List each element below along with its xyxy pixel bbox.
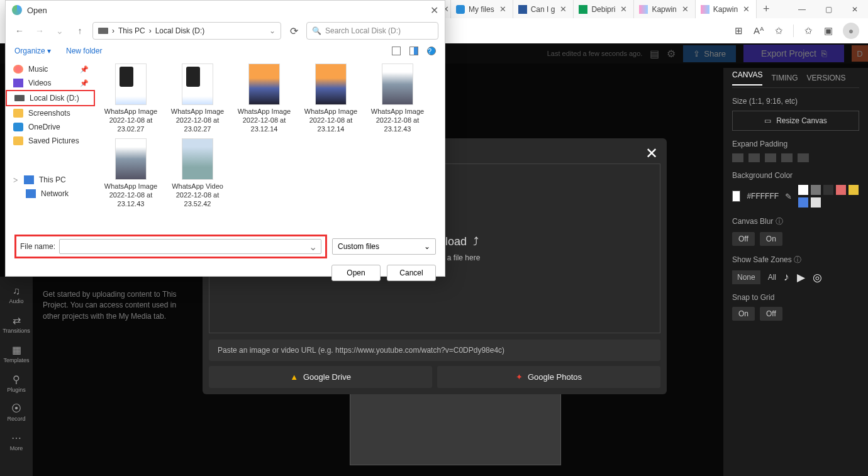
color-swatch[interactable]: [836, 185, 846, 195]
eyedropper-icon[interactable]: ✎: [785, 192, 792, 201]
safe-all-button[interactable]: All: [768, 273, 776, 282]
close-icon[interactable]: ✕: [742, 4, 751, 14]
nav-item-saved-pictures[interactable]: Saved Pictures: [6, 134, 95, 148]
safe-none-button[interactable]: None: [732, 270, 760, 284]
url-input[interactable]: Paste an image or video URL (e.g. https:…: [209, 340, 660, 361]
collections-icon[interactable]: ▣: [823, 25, 834, 36]
record-icon: ⦿: [11, 403, 21, 414]
info-icon[interactable]: ⓘ: [794, 255, 801, 264]
tab-myfiles[interactable]: My files ✕: [451, 0, 513, 18]
padding-options: [732, 153, 859, 162]
color-swatch[interactable]: [811, 185, 821, 195]
crumb-2[interactable]: Local Disk (D:): [155, 26, 205, 35]
sheets-icon: [579, 5, 587, 14]
file-type-select[interactable]: Custom files ⌄: [332, 238, 436, 255]
close-icon[interactable]: ✕: [619, 4, 628, 14]
sidebar-item-templates[interactable]: ▦Templates: [3, 344, 29, 363]
nav-back-button[interactable]: ←: [12, 26, 27, 36]
new-tab-button[interactable]: +: [757, 0, 776, 18]
divider: [793, 25, 794, 37]
file-tile[interactable]: WhatsApp Image 2022-12-08 at 23.02.27: [100, 64, 162, 133]
google-photos-button[interactable]: ✦ Google Photos: [437, 366, 660, 388]
maximize-button[interactable]: ▢: [815, 0, 842, 18]
file-tile[interactable]: WhatsApp Video 2022-12-08 at 23.52.42: [167, 138, 228, 208]
color-swatch[interactable]: [798, 197, 808, 208]
tab-versions[interactable]: VERSIONS: [806, 74, 845, 82]
sidebar-item-more[interactable]: ⋯More: [10, 432, 23, 451]
file-tile[interactable]: WhatsApp Image 2022-12-08 at 23.12.43: [367, 64, 428, 133]
favorites-bar-icon[interactable]: ✩: [803, 25, 814, 36]
blur-off-button[interactable]: Off: [732, 232, 755, 246]
file-tile[interactable]: WhatsApp Image 2022-12-08 at 23.02.27: [167, 64, 228, 133]
search-input[interactable]: 🔍 Search Local Disk (D:): [306, 22, 438, 40]
tab-kapwing-1[interactable]: Kapwin ✕: [634, 0, 695, 18]
app-launcher-icon[interactable]: ⊞: [733, 25, 744, 36]
snap-off-button[interactable]: Off: [760, 307, 782, 321]
color-swatch[interactable]: [849, 185, 859, 195]
nav-item-screenshots[interactable]: Screenshots: [6, 106, 95, 120]
close-icon[interactable]: ✕: [559, 4, 568, 14]
color-swatch[interactable]: [823, 185, 833, 195]
google-drive-button[interactable]: ▲ Google Drive: [209, 366, 432, 388]
file-tile[interactable]: WhatsApp Image 2022-12-08 at 23.12.43: [100, 138, 162, 208]
dialog-close-button[interactable]: ✕: [430, 4, 438, 16]
nav-item-local-disk-d-[interactable]: Local Disk (D:): [6, 90, 95, 106]
search-icon: 🔍: [312, 26, 321, 35]
read-aloud-icon[interactable]: Aᴬ: [753, 25, 764, 36]
profile-avatar[interactable]: ●: [843, 23, 859, 39]
color-swatch[interactable]: [811, 197, 821, 208]
pad-opt-2[interactable]: [748, 153, 760, 162]
tab-debipri[interactable]: Debipri ✕: [574, 0, 634, 18]
refresh-button[interactable]: ⟳: [286, 25, 301, 37]
pad-opt-1[interactable]: [732, 153, 743, 162]
instagram-icon[interactable]: ◎: [813, 271, 822, 284]
preview-pane-button[interactable]: [409, 47, 418, 55]
nav-item-network[interactable]: Network: [6, 187, 95, 201]
crumb-1[interactable]: This PC: [118, 26, 145, 35]
file-tile[interactable]: WhatsApp Image 2022-12-08 at 23.12.14: [233, 64, 295, 133]
pad-opt-4[interactable]: [781, 153, 793, 162]
chevron-down-icon[interactable]: ⌄: [269, 26, 275, 35]
tab-can-i-g[interactable]: Can I g ✕: [513, 0, 574, 18]
view-mode-button[interactable]: [392, 47, 401, 55]
nav-item-music[interactable]: Music📌: [6, 62, 95, 76]
nav-up-button[interactable]: ↑: [72, 26, 87, 36]
nav-item-this-pc[interactable]: ᐳThis PC: [6, 173, 95, 187]
resize-canvas-button[interactable]: ▭ Resize Canvas: [732, 111, 859, 131]
youtube-icon[interactable]: ▶: [797, 271, 805, 284]
close-window-button[interactable]: ✕: [842, 0, 868, 18]
open-button[interactable]: Open: [331, 265, 381, 281]
resize-icon: ▭: [764, 116, 771, 125]
info-icon[interactable]: ⓘ: [776, 217, 783, 226]
tab-timing[interactable]: TIMING: [771, 74, 798, 82]
sidebar-item-transitions[interactable]: ⇄Transitions: [3, 314, 30, 334]
sidebar-item-plugins[interactable]: ⚲Plugins: [7, 374, 26, 393]
new-folder-button[interactable]: New folder: [66, 47, 102, 55]
cancel-button[interactable]: Cancel: [387, 265, 436, 281]
tab-canvas[interactable]: CANVAS: [732, 70, 762, 86]
sidebar-item-record[interactable]: ⦿Record: [7, 403, 25, 422]
tiktok-icon[interactable]: ♪: [784, 271, 789, 284]
help-button[interactable]: ?: [427, 47, 436, 55]
file-tile[interactable]: WhatsApp Image 2022-12-08 at 23.12.14: [300, 64, 362, 133]
expander-icon[interactable]: ᐳ: [13, 177, 18, 184]
organize-button[interactable]: Organize ▾: [14, 47, 51, 55]
nav-item-onedrive[interactable]: OneDrive: [6, 120, 95, 134]
breadcrumb-bar[interactable]: › This PC › Local Disk (D:) ⌄: [92, 22, 281, 40]
color-swatch[interactable]: [798, 185, 808, 195]
favorite-icon[interactable]: ✩: [773, 25, 784, 36]
close-icon[interactable]: ✕: [681, 4, 690, 14]
nav-forward-button[interactable]: →: [32, 26, 47, 36]
blur-on-button[interactable]: On: [760, 232, 782, 246]
pad-opt-5[interactable]: [798, 153, 809, 162]
snap-on-button[interactable]: On: [732, 307, 755, 321]
nav-item-videos[interactable]: Videos📌: [6, 76, 95, 90]
close-modal-button[interactable]: ✕: [645, 145, 658, 162]
tab-kapwing-2[interactable]: Kapwin ✕: [696, 0, 757, 18]
nav-recent-button[interactable]: ⌄: [52, 26, 67, 36]
bg-swatch[interactable]: [732, 191, 740, 202]
pad-opt-3[interactable]: [765, 153, 776, 162]
minimize-button[interactable]: —: [789, 0, 815, 18]
close-icon[interactable]: ✕: [498, 4, 508, 14]
file-name-input[interactable]: [59, 239, 321, 254]
